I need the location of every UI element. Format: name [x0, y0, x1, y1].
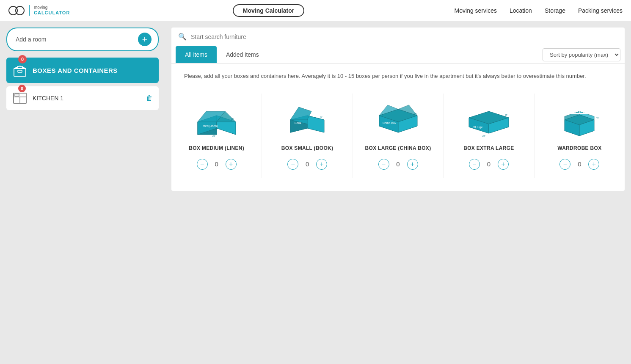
qty-minus-box-medium-linen[interactable]: −	[197, 159, 208, 170]
wardrobe-box-image: 48"	[554, 98, 605, 140]
item-name-box-large-china: BOX LARGE (CHINA BOX)	[365, 145, 431, 151]
item-card-box-extra-large: XLarge 18" 24" BOX EXTRA LARGE − 0 +	[444, 94, 534, 178]
logo-area: moving CALCULATOR	[8, 5, 70, 16]
qty-plus-box-medium-linen[interactable]: +	[226, 159, 237, 170]
qty-value-box-large-china: 0	[395, 160, 401, 168]
qty-minus-wardrobe-box[interactable]: −	[559, 159, 570, 170]
item-name-box-extra-large: BOX EXTRA LARGE	[463, 145, 514, 151]
sort-select[interactable]: Sort by popularity (max)	[543, 48, 620, 61]
add-room-plus-icon: +	[138, 33, 152, 46]
item-name-wardrobe-box: WARDROBE BOX	[557, 145, 601, 151]
qty-control-box-large-china: − 0 +	[378, 159, 418, 170]
items-grid: Med(Linen) 12" 25" BOX MEDIUM (LINEN) − …	[171, 89, 625, 191]
boxes-icon	[12, 63, 28, 78]
kitchen-label: KITCHEN 1	[33, 95, 146, 102]
svg-text:XLarge: XLarge	[473, 126, 483, 129]
logo-moving: moving	[34, 5, 70, 10]
svg-text:24": 24"	[482, 135, 486, 137]
svg-text:China Box: China Box	[383, 121, 397, 124]
tabs-row: All items Added items Sort by popularity…	[171, 46, 625, 63]
nav-packing-services[interactable]: Packing services	[578, 7, 623, 14]
qty-control-box-small-book: − 0 +	[287, 159, 327, 170]
qty-value-wardrobe-box: 0	[576, 160, 582, 168]
main-nav: Moving services Location Storage Packing…	[455, 7, 623, 14]
svg-text:Med(Linen): Med(Linen)	[203, 124, 218, 128]
header-center: Moving Calculator	[83, 4, 454, 17]
qty-plus-box-small-book[interactable]: +	[316, 159, 327, 170]
qty-minus-box-extra-large[interactable]: −	[469, 159, 480, 170]
qty-minus-box-large-china[interactable]: −	[378, 159, 389, 170]
logo-text: moving CALCULATOR	[29, 5, 70, 16]
logo-calc: CALCULATOR	[34, 10, 70, 16]
qty-value-box-extra-large: 0	[486, 160, 492, 168]
svg-marker-21	[290, 107, 311, 120]
qty-value-box-small-book: 0	[304, 160, 310, 168]
box-small-book-image: Book 9"	[282, 98, 333, 140]
box-extra-large-image: XLarge 18" 24"	[463, 98, 514, 140]
item-card-box-small-book: Book 9" BOX SMALL (BOOK) − 0 +	[262, 94, 353, 178]
sidebar-item-kitchen[interactable]: 0 KITCHEN 1 🗑	[6, 86, 159, 110]
boxes-label: BOXES AND CONTAINERS	[33, 67, 153, 74]
svg-text:24": 24"	[414, 113, 417, 115]
search-bar: 🔍	[171, 28, 625, 46]
content-panel: 🔍 All items Added items Sort by populari…	[171, 28, 625, 191]
main-layout: Add a room + 0 BOXES AND CONTAINERS 0	[0, 21, 631, 364]
nav-location[interactable]: Location	[510, 7, 532, 14]
qty-plus-box-extra-large[interactable]: +	[498, 159, 509, 170]
boxes-badge: 0	[18, 55, 27, 63]
qty-plus-box-large-china[interactable]: +	[407, 159, 418, 170]
svg-text:48": 48"	[596, 116, 600, 119]
svg-text:18": 18"	[505, 113, 508, 116]
sidebar-item-boxes[interactable]: 0 BOXES AND CONTAINERS	[6, 58, 159, 83]
add-room-label: Add a room	[16, 36, 46, 43]
item-card-box-large-china: China Box 24" BOX LARGE (CHINA BOX) − 0 …	[353, 94, 444, 178]
logo-icon	[8, 6, 22, 15]
item-card-wardrobe-box: 48" WARDROBE BOX − 0 +	[535, 94, 625, 178]
qty-minus-box-small-book[interactable]: −	[287, 159, 298, 170]
item-name-box-medium-linen: BOX MEDIUM (LINEN)	[189, 145, 244, 151]
moving-calculator-button[interactable]: Moving Calculator	[233, 4, 304, 17]
svg-rect-3	[18, 70, 22, 72]
item-name-box-small-book: BOX SMALL (BOOK)	[281, 145, 333, 151]
nav-moving-services[interactable]: Moving services	[455, 7, 497, 14]
qty-control-box-extra-large: − 0 +	[469, 159, 509, 170]
description-text: Please, add all your boxes and container…	[171, 63, 625, 89]
qty-control-wardrobe-box: − 0 +	[559, 159, 599, 170]
svg-text:25": 25"	[212, 135, 216, 137]
svg-text:9": 9"	[320, 116, 322, 119]
svg-rect-7	[15, 94, 19, 96]
qty-plus-wardrobe-box[interactable]: +	[588, 159, 599, 170]
content-area: 🔍 All items Added items Sort by populari…	[165, 21, 631, 364]
add-room-button[interactable]: Add a room +	[6, 28, 159, 51]
kitchen-icon	[12, 91, 28, 106]
qty-control-box-medium-linen: − 0 +	[197, 159, 237, 170]
box-large-china-image: China Box 24"	[373, 98, 424, 140]
svg-text:12": 12"	[231, 118, 234, 120]
tab-added-items[interactable]: Added items	[217, 46, 268, 63]
nav-storage[interactable]: Storage	[545, 7, 565, 14]
box-medium-linen-image: Med(Linen) 12" 25"	[191, 98, 242, 140]
item-card-box-medium-linen: Med(Linen) 12" 25" BOX MEDIUM (LINEN) − …	[171, 94, 262, 178]
delete-kitchen-icon[interactable]: 🗑	[146, 94, 153, 102]
search-input[interactable]	[191, 33, 618, 40]
sidebar: Add a room + 0 BOXES AND CONTAINERS 0	[0, 21, 165, 364]
qty-value-box-medium-linen: 0	[214, 160, 220, 168]
tab-all-items[interactable]: All items	[176, 46, 217, 63]
app-header: moving CALCULATOR Moving Calculator Movi…	[0, 0, 631, 21]
search-icon: 🔍	[178, 33, 187, 41]
kitchen-badge: 0	[18, 85, 26, 92]
svg-text:Book: Book	[295, 121, 301, 124]
logo-circle-2	[15, 6, 25, 15]
